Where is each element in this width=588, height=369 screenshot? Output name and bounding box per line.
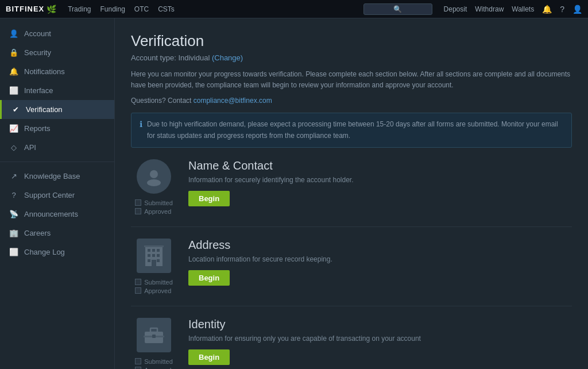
identity-approved-label: Approved bbox=[144, 367, 171, 369]
identity-submitted-row: Submitted bbox=[135, 358, 173, 365]
reports-icon: 📈 bbox=[9, 124, 18, 133]
sidebar-item-label: Security bbox=[24, 48, 51, 57]
nav-wallets[interactable]: Wallets bbox=[512, 5, 534, 13]
address-section: Submitted Approved Address Location info… bbox=[131, 239, 572, 306]
sidebar-item-label: Reports bbox=[24, 124, 51, 133]
logo-leaf-icon: 🌿 bbox=[47, 5, 56, 14]
address-icon-area: Submitted Approved bbox=[131, 239, 177, 294]
address-approved-checkbox[interactable] bbox=[135, 287, 141, 294]
identity-checkboxes: Submitted Approved bbox=[135, 358, 173, 369]
user-icon[interactable]: 👤 bbox=[572, 5, 582, 14]
name-contact-section: Submitted Approved Name & Contact Inform… bbox=[131, 159, 572, 227]
address-title: Address bbox=[188, 239, 572, 252]
name-contact-title: Name & Contact bbox=[188, 159, 572, 172]
nav-trading[interactable]: Trading bbox=[68, 5, 91, 13]
submitted-checkbox-row: Submitted bbox=[135, 199, 173, 206]
sidebar-item-label: API bbox=[24, 143, 36, 152]
approved-checkbox-row: Approved bbox=[135, 208, 173, 215]
identity-section: Submitted Approved Identity Information … bbox=[131, 318, 572, 369]
identity-content: Identity Information for ensuring only y… bbox=[188, 318, 572, 365]
svg-point-0 bbox=[150, 170, 158, 178]
nav-deposit[interactable]: Deposit bbox=[444, 5, 467, 13]
sidebar-item-verification[interactable]: ✔ Verification bbox=[0, 100, 114, 119]
approved-label: Approved bbox=[144, 208, 171, 215]
address-begin-button[interactable]: Begin bbox=[188, 270, 230, 286]
address-desc: Location information for secure record k… bbox=[188, 255, 572, 263]
account-type-line: Account type: Individual (Change) bbox=[131, 53, 572, 62]
sidebar-item-interface[interactable]: ⬜ Interface bbox=[0, 81, 114, 100]
name-contact-desc: Information for securely identifying the… bbox=[188, 176, 572, 184]
svg-rect-8 bbox=[157, 254, 160, 257]
account-type-text: Account type: Individual bbox=[131, 53, 210, 62]
sidebar-item-label: Notifications bbox=[24, 67, 65, 76]
change-link[interactable]: (Change) bbox=[212, 53, 243, 62]
info-icon: ℹ bbox=[140, 120, 142, 129]
sidebar-item-account[interactable]: 👤 Account bbox=[0, 24, 114, 43]
submitted-checkbox[interactable] bbox=[135, 199, 141, 206]
sidebar: 👤 Account 🔒 Security 🔔 Notifications ⬜ I… bbox=[0, 18, 115, 369]
contact-prefix: Questions? Contact bbox=[131, 97, 194, 105]
announcements-icon: 📡 bbox=[9, 210, 18, 218]
logo-text: BITFINEX bbox=[6, 5, 44, 13]
help-icon[interactable]: ? bbox=[560, 5, 564, 14]
name-contact-begin-button[interactable]: Begin bbox=[188, 191, 230, 206]
address-approved-label: Approved bbox=[144, 287, 171, 294]
svg-rect-11 bbox=[152, 260, 156, 266]
svg-point-1 bbox=[147, 179, 161, 186]
nav-otc[interactable]: OTC bbox=[134, 5, 149, 13]
identity-approved-checkbox[interactable] bbox=[135, 367, 141, 369]
sidebar-divider bbox=[0, 162, 114, 162]
sidebar-item-careers[interactable]: 🏢 Careers bbox=[0, 224, 114, 243]
topnav-right: Deposit Withdraw Wallets 🔔 ? 👤 bbox=[444, 5, 582, 14]
identity-submitted-checkbox[interactable] bbox=[135, 358, 141, 364]
sidebar-item-knowledge-base[interactable]: ↗ Knowledge Base bbox=[0, 167, 114, 186]
svg-rect-14 bbox=[150, 328, 157, 332]
sidebar-item-announcements[interactable]: 📡 Announcements bbox=[0, 205, 114, 224]
address-content: Address Location information for secure … bbox=[188, 239, 572, 286]
approved-checkbox[interactable] bbox=[135, 208, 141, 214]
sidebar-item-reports[interactable]: 📈 Reports bbox=[0, 119, 114, 138]
address-submitted-row: Submitted bbox=[135, 279, 173, 286]
page-description: Here you can monitor your progress towar… bbox=[131, 69, 572, 91]
identity-begin-button[interactable]: Begin bbox=[188, 349, 230, 365]
svg-rect-16 bbox=[152, 335, 156, 338]
sidebar-item-label: Careers bbox=[24, 229, 51, 237]
address-submitted-checkbox[interactable] bbox=[135, 279, 141, 285]
address-building-icon bbox=[137, 239, 171, 273]
nav-funding[interactable]: Funding bbox=[100, 5, 125, 13]
sidebar-item-notifications[interactable]: 🔔 Notifications bbox=[0, 62, 114, 81]
sidebar-item-security[interactable]: 🔒 Security bbox=[0, 43, 114, 62]
identity-title: Identity bbox=[188, 318, 572, 331]
sidebar-item-api[interactable]: ◇ API bbox=[0, 138, 114, 157]
svg-rect-3 bbox=[148, 249, 150, 252]
info-banner: ℹ Due to high verification demand, pleas… bbox=[131, 113, 572, 147]
name-contact-avatar-icon bbox=[137, 159, 171, 194]
nav-csts[interactable]: CSTs bbox=[158, 5, 175, 13]
search-box[interactable]: 🔍 bbox=[363, 3, 432, 15]
search-icon: 🔍 bbox=[393, 5, 402, 13]
support-icon: ? bbox=[9, 191, 18, 199]
identity-approved-row: Approved bbox=[135, 367, 173, 369]
address-checkboxes: Submitted Approved bbox=[135, 279, 173, 294]
sidebar-item-label: Verification bbox=[26, 105, 63, 114]
sidebar-secondary-section: ↗ Knowledge Base ? Support Center 📡 Anno… bbox=[0, 167, 114, 262]
sidebar-item-label: Knowledge Base bbox=[24, 172, 80, 180]
topnav: BITFINEX 🌿 Trading Funding OTC CSTs 🔍 De… bbox=[0, 0, 588, 18]
name-contact-icon-area: Submitted Approved bbox=[131, 159, 177, 215]
bell-icon[interactable]: 🔔 bbox=[542, 5, 552, 14]
account-icon: 👤 bbox=[9, 29, 18, 38]
info-banner-text: Due to high verification demand, please … bbox=[147, 119, 563, 141]
interface-icon: ⬜ bbox=[9, 86, 18, 95]
notifications-icon: 🔔 bbox=[9, 67, 18, 76]
sidebar-item-support[interactable]: ? Support Center bbox=[0, 186, 114, 205]
sidebar-main-section: 👤 Account 🔒 Security 🔔 Notifications ⬜ I… bbox=[0, 24, 114, 157]
sidebar-item-label: Support Center bbox=[24, 191, 75, 199]
identity-briefcase-icon bbox=[137, 318, 171, 352]
svg-rect-5 bbox=[157, 249, 160, 252]
nav-withdraw[interactable]: Withdraw bbox=[475, 5, 504, 13]
svg-rect-4 bbox=[152, 249, 155, 252]
svg-rect-9 bbox=[148, 259, 150, 262]
sidebar-item-changelog[interactable]: ⬜ Change Log bbox=[0, 243, 114, 262]
topnav-links: Trading Funding OTC CSTs bbox=[68, 5, 363, 13]
contact-email[interactable]: compliance@bitfinex.com bbox=[194, 97, 272, 105]
